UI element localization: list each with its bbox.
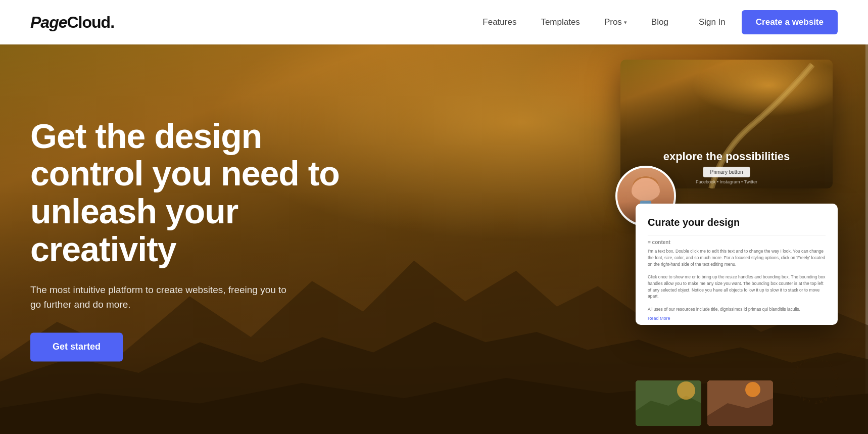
hero-previews: explore the possibilities Primary button… bbox=[605, 55, 848, 428]
nav-templates[interactable]: Templates bbox=[541, 17, 580, 27]
svg-point-3 bbox=[649, 186, 652, 189]
nav-pros[interactable]: Pros ▾ bbox=[604, 17, 627, 27]
brand-name-bold: Cloud. bbox=[67, 13, 114, 31]
nav-features[interactable]: Features bbox=[483, 17, 516, 27]
preview-card-2-label: = content bbox=[648, 235, 826, 245]
svg-point-2 bbox=[640, 186, 643, 189]
svg-point-7 bbox=[677, 381, 695, 400]
circular-smart-layouts-badge: • SMART LAYOUTS • SMART LAYOUTS bbox=[787, 353, 843, 408]
svg-text:• SMART LAYOUTS • SMART LAYOUT: • SMART LAYOUTS • SMART LAYOUTS bbox=[787, 353, 839, 405]
nav-right: Sign In Create a website bbox=[699, 10, 838, 34]
brand-name-italic: Page bbox=[30, 13, 67, 31]
preview-card-2-body: I'm a text box. Double click me to edit … bbox=[648, 248, 826, 313]
brand-logo[interactable]: PageCloud. bbox=[30, 13, 114, 32]
hero-subtext: The most intuitive platform to create we… bbox=[30, 282, 293, 312]
svg-point-9 bbox=[745, 382, 760, 397]
nav-links: Features Templates Pros ▾ Blog bbox=[483, 17, 668, 27]
hero-content: Get the design control you need to unlea… bbox=[30, 117, 374, 361]
nav-blog[interactable]: Blog bbox=[651, 17, 668, 27]
navbar: PageCloud. Features Templates Pros ▾ Blo… bbox=[0, 0, 868, 44]
thumbnail-card-2 bbox=[707, 380, 773, 426]
svg-point-1 bbox=[635, 178, 657, 201]
sign-in-link[interactable]: Sign In bbox=[699, 17, 726, 27]
get-started-button[interactable]: Get started bbox=[30, 332, 123, 361]
thumbnail-cards bbox=[636, 380, 773, 426]
create-website-button[interactable]: Create a website bbox=[742, 10, 838, 34]
preview-card-2-title: Curate your design bbox=[648, 216, 826, 229]
hero-headline: Get the design control you need to unlea… bbox=[30, 117, 374, 268]
thumbnail-card-1 bbox=[636, 380, 701, 426]
read-more-link[interactable]: Read More bbox=[648, 316, 826, 321]
hero-section: Get the design control you need to unlea… bbox=[0, 44, 868, 434]
preview-card-1-button: Primary button bbox=[703, 167, 750, 177]
preview-card-white: Curate your design = content I'm a text … bbox=[636, 204, 838, 325]
chevron-down-icon: ▾ bbox=[624, 19, 627, 26]
preview-card-1-text: explore the possibilities bbox=[620, 150, 833, 163]
